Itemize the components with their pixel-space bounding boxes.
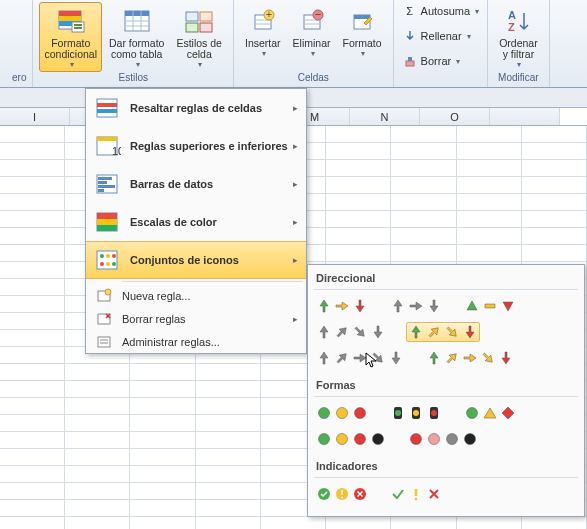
svg-rect-60 <box>98 337 110 347</box>
svg-rect-8 <box>125 11 149 16</box>
formato-button[interactable]: Formato <box>338 2 387 61</box>
icon-set[interactable] <box>314 322 388 342</box>
svg-point-72 <box>467 408 478 419</box>
svg-rect-46 <box>97 219 117 225</box>
svg-point-49 <box>100 254 104 258</box>
svg-rect-28 <box>354 15 370 19</box>
mouse-cursor <box>365 352 379 370</box>
icon-set[interactable] <box>314 348 406 368</box>
menu-borrar-reglas[interactable]: Borrar reglas▸ <box>86 307 306 330</box>
icon-set[interactable] <box>462 296 518 316</box>
menu-nueva-regla[interactable]: Nueva regla... <box>86 284 306 307</box>
svg-rect-45 <box>97 213 117 219</box>
icon-set[interactable] <box>314 429 388 449</box>
indicadores-sets <box>314 482 578 512</box>
tabla-icon <box>121 5 153 37</box>
col-header[interactable]: N <box>350 108 420 125</box>
svg-text:10: 10 <box>112 145 121 157</box>
arrow-right-icon: ▸ <box>293 314 298 324</box>
col-header[interactable]: O <box>420 108 490 125</box>
formato-condicional-button[interactable]: Formato condicional <box>39 2 102 72</box>
icon-set[interactable] <box>314 484 370 504</box>
svg-point-78 <box>429 434 440 445</box>
nueva-regla-icon <box>94 288 114 304</box>
icon-set[interactable] <box>388 296 444 316</box>
svg-text:Z: Z <box>508 21 515 33</box>
icon-set[interactable] <box>462 403 518 423</box>
arrow-right-icon: ▸ <box>293 141 298 151</box>
celdas-group-label: Celdas <box>298 72 329 85</box>
estilos-group-label: Estilos <box>118 72 147 85</box>
svg-rect-40 <box>98 177 112 180</box>
icon-set[interactable] <box>388 403 444 423</box>
borrar-button[interactable]: Borrar <box>400 52 463 70</box>
svg-rect-41 <box>98 181 107 184</box>
resaltar-icon <box>94 94 122 122</box>
svg-rect-34 <box>97 103 117 107</box>
col-header[interactable] <box>490 108 560 125</box>
icon-set[interactable] <box>406 429 480 449</box>
svg-point-50 <box>106 254 110 258</box>
svg-text:A: A <box>508 9 516 21</box>
col-header[interactable]: I <box>0 108 70 125</box>
zero-label: ero <box>12 72 26 85</box>
svg-point-87 <box>415 498 418 501</box>
ordenar-icon: AZ <box>502 5 534 37</box>
borrar-icon <box>402 53 418 69</box>
menu-resaltar-reglas[interactable]: Resaltar reglas de celdas▸ <box>86 89 306 127</box>
svg-point-69 <box>413 410 419 416</box>
formato-condicional-icon <box>55 5 87 37</box>
svg-point-84 <box>341 497 343 499</box>
formas-header: Formas <box>314 376 578 394</box>
barras-icon <box>94 170 122 198</box>
estilos-celda-button[interactable]: Estilos de celda <box>171 2 227 72</box>
svg-rect-13 <box>186 12 198 21</box>
icon-set[interactable] <box>406 322 480 342</box>
svg-rect-43 <box>98 189 104 192</box>
svg-point-54 <box>112 262 116 266</box>
svg-rect-1 <box>59 11 81 16</box>
rellenar-icon <box>402 28 418 44</box>
menu-reglas-superiores[interactable]: 10 Reglas superiores e inferiores▸ <box>86 127 306 165</box>
svg-point-80 <box>465 434 476 445</box>
icon-set[interactable] <box>388 484 444 504</box>
ribbon: ero Formato condicional Dar formato como… <box>0 0 587 88</box>
eliminar-icon: − <box>296 5 328 37</box>
svg-point-73 <box>319 434 330 445</box>
rellenar-button[interactable]: Rellenar <box>400 27 473 45</box>
formas-sets <box>314 401 578 457</box>
menu-administrar-reglas[interactable]: Administrar reglas... <box>86 330 306 353</box>
svg-point-51 <box>112 254 116 258</box>
svg-point-77 <box>411 434 422 445</box>
icon-set[interactable] <box>314 296 370 316</box>
eliminar-button[interactable]: − Eliminar <box>288 2 336 61</box>
svg-point-52 <box>100 262 104 266</box>
superiores-icon: 10 <box>94 132 122 160</box>
svg-rect-42 <box>98 185 115 188</box>
svg-point-64 <box>337 408 348 419</box>
insertar-button[interactable]: + Insertar <box>240 2 286 61</box>
direccional-header: Direccional <box>314 269 578 287</box>
menu-barras-datos[interactable]: Barras de datos▸ <box>86 165 306 203</box>
svg-rect-15 <box>186 23 198 32</box>
menu-escalas-color[interactable]: Escalas de color▸ <box>86 203 306 241</box>
modificar-group-label: Modificar <box>498 72 539 85</box>
icon-set[interactable] <box>314 403 370 423</box>
administrar-icon <box>94 334 114 350</box>
svg-rect-47 <box>97 225 117 231</box>
formato-condicional-menu: Resaltar reglas de celdas▸ 10 Reglas sup… <box>85 88 307 354</box>
svg-point-71 <box>431 410 437 416</box>
ordenar-filtrar-button[interactable]: AZ Ordenar y filtrar <box>494 2 543 72</box>
arrow-right-icon: ▸ <box>293 255 298 265</box>
dar-formato-tabla-button[interactable]: Dar formato como tabla <box>104 2 169 72</box>
svg-rect-37 <box>97 137 117 141</box>
svg-rect-35 <box>97 109 117 113</box>
icon-set[interactable] <box>424 348 516 368</box>
direccional-sets <box>314 294 578 376</box>
svg-rect-33 <box>97 99 117 117</box>
autosuma-button[interactable]: ΣAutosuma <box>400 2 482 20</box>
svg-point-75 <box>355 434 366 445</box>
svg-rect-16 <box>200 23 212 32</box>
sigma-icon: Σ <box>402 3 418 19</box>
menu-conjuntos-iconos[interactable]: Conjuntos de iconos▸ <box>86 241 306 279</box>
